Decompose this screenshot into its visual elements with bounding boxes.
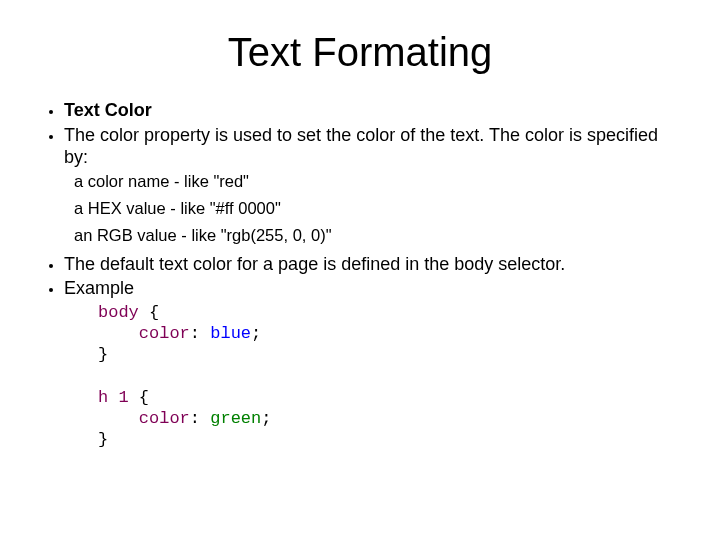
- code-value-blue: blue: [210, 324, 251, 343]
- bullet-example: Example: [64, 277, 680, 300]
- bullet-list: Text Color The color property is used to…: [40, 99, 680, 169]
- bullet-default-color: The default text color for a page is def…: [64, 253, 680, 276]
- code-indent: [98, 324, 139, 343]
- bullet-list-2: The default text color for a page is def…: [40, 253, 680, 451]
- code-close-brace: }: [98, 345, 108, 364]
- code-indent-2: [98, 409, 139, 428]
- code-semicolon: ;: [251, 324, 261, 343]
- code-keyword-color-2: color: [139, 409, 190, 428]
- code-value-green: green: [210, 409, 261, 428]
- slide: Text Formating Text Color The color prop…: [0, 0, 720, 540]
- code-keyword-body: body: [98, 303, 139, 322]
- code-block: body { color: blue; } h 1 { color: green…: [64, 302, 680, 451]
- code-brace-2: {: [129, 388, 149, 407]
- code-close-brace-2: }: [98, 430, 108, 449]
- code-colon: :: [190, 324, 210, 343]
- code-keyword-color: color: [139, 324, 190, 343]
- code-keyword-h1: h 1: [98, 388, 129, 407]
- code-brace: {: [139, 303, 159, 322]
- sub-rgb-value: an RGB value - like "rgb(255, 0, 0)": [40, 225, 680, 246]
- bullet-color-property: The color property is used to set the co…: [64, 124, 680, 169]
- code-semicolon-2: ;: [261, 409, 271, 428]
- sub-color-name: a color name - like "red": [40, 171, 680, 192]
- sub-hex-value: a HEX value - like "#ff 0000": [40, 198, 680, 219]
- slide-title: Text Formating: [40, 30, 680, 75]
- code-colon-2: :: [190, 409, 210, 428]
- bullet-code-block: body { color: blue; } h 1 { color: green…: [64, 302, 680, 451]
- bullet-text-color: Text Color: [64, 99, 680, 122]
